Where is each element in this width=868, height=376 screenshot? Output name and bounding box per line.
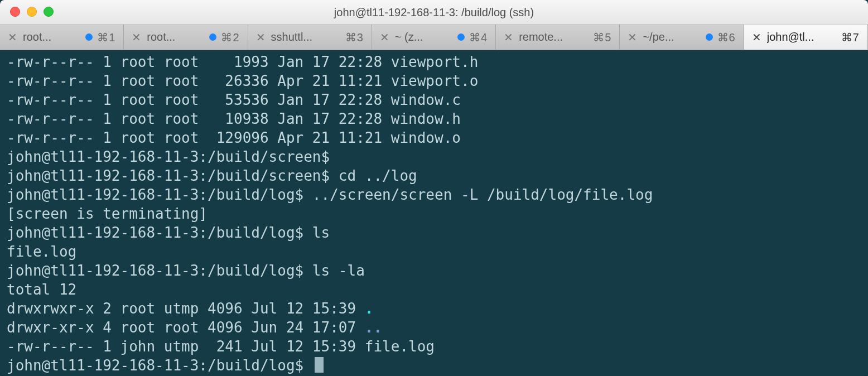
tab-shortcut: ⌘2 [221, 31, 239, 44]
titlebar: john@tl11-192-168-11-3: /build/log (ssh) [0, 0, 868, 25]
tab-shortcut: ⌘3 [345, 31, 364, 44]
terminal-line: -rw-r--r-- 1 root root 26336 Apr 21 11:2… [7, 71, 861, 90]
terminal-line: john@tl11-192-168-11-3:/build/log$ ls -l… [7, 261, 861, 280]
terminal-line: drwxr-xr-x 4 root root 4096 Jun 24 17:07… [7, 318, 861, 337]
close-tab-icon[interactable]: ✕ [256, 32, 266, 43]
listing-prefix: drwxr-xr-x 4 root root 4096 Jun 24 17:07 [7, 319, 365, 336]
tab-label: remote... [519, 31, 563, 44]
directory-name: .. [365, 319, 382, 336]
terminal-line: -rw-r--r-- 1 root root 53536 Jan 17 22:2… [7, 90, 861, 109]
window-title: john@tl11-192-168-11-3: /build/log (ssh) [0, 0, 868, 25]
tab-bar: ✕root...⌘1✕root...⌘2✕sshuttl...⌘3✕~ (z..… [0, 25, 868, 50]
unsaved-indicator-icon [457, 33, 465, 41]
directory-name: . [365, 300, 374, 317]
terminal-line: -rw-r--r-- 1 root root 10938 Jan 17 22:2… [7, 109, 861, 128]
tab-shortcut: ⌘6 [717, 31, 736, 44]
tab-6[interactable]: ✕~/pe...⌘6 [620, 25, 744, 50]
close-tab-icon[interactable]: ✕ [8, 32, 17, 43]
terminal-line: -rw-r--r-- 1 root root 129096 Apr 21 11:… [7, 128, 861, 147]
tab-shortcut: ⌘5 [593, 31, 611, 44]
terminal-line: [screen is terminating] [7, 204, 861, 223]
close-window-button[interactable] [10, 7, 20, 17]
tab-label: root... [23, 31, 51, 44]
tab-5[interactable]: ✕remote...⌘5 [496, 25, 620, 50]
close-tab-icon[interactable]: ✕ [504, 32, 513, 43]
maximize-window-button[interactable] [44, 7, 54, 17]
terminal-line: total 12 [7, 280, 861, 299]
close-tab-icon[interactable]: ✕ [380, 32, 389, 43]
tab-4[interactable]: ✕~ (z...⌘4 [372, 25, 496, 50]
terminal-line: john@tl11-192-168-11-3:/build/log$ ../sc… [7, 185, 861, 204]
tab-2[interactable]: ✕root...⌘2 [124, 25, 248, 50]
terminal-line: john@tl11-192-168-11-3:/build/screen$ [7, 147, 861, 166]
traffic-lights [10, 7, 54, 17]
tab-shortcut: ⌘7 [841, 31, 860, 44]
tab-7[interactable]: ✕john@tl...⌘7 [744, 25, 868, 50]
terminal-viewport[interactable]: -rw-r--r-- 1 root root 1993 Jan 17 22:28… [0, 50, 868, 376]
prompt-text: john@tl11-192-168-11-3:/build/log$ [7, 357, 312, 374]
terminal-line: file.log [7, 242, 861, 261]
tab-3[interactable]: ✕sshuttl...⌘3 [248, 25, 372, 50]
tab-label: sshuttl... [271, 31, 312, 44]
minimize-window-button[interactable] [27, 7, 37, 17]
tab-label: john@tl... [767, 31, 814, 44]
terminal-line: -rw-r--r-- 1 john utmp 241 Jul 12 15:39 … [7, 337, 861, 356]
terminal-prompt-line: john@tl11-192-168-11-3:/build/log$ [7, 356, 861, 375]
close-tab-icon[interactable]: ✕ [752, 32, 761, 43]
tab-shortcut: ⌘4 [469, 31, 488, 44]
tab-1[interactable]: ✕root...⌘1 [0, 25, 124, 50]
terminal-window: john@tl11-192-168-11-3: /build/log (ssh)… [0, 0, 868, 376]
terminal-line: john@tl11-192-168-11-3:/build/log$ ls [7, 223, 861, 242]
terminal-line: -rw-r--r-- 1 root root 1993 Jan 17 22:28… [7, 52, 861, 71]
unsaved-indicator-icon [85, 33, 93, 41]
cursor-icon [315, 357, 324, 373]
unsaved-indicator-icon [706, 33, 713, 41]
unsaved-indicator-icon [209, 33, 216, 41]
close-tab-icon[interactable]: ✕ [132, 32, 141, 43]
terminal-line: drwxrwxr-x 2 root utmp 4096 Jul 12 15:39… [7, 299, 861, 318]
tab-label: ~ (z... [395, 31, 423, 44]
terminal-line: john@tl11-192-168-11-3:/build/screen$ cd… [7, 166, 861, 185]
listing-prefix: drwxrwxr-x 2 root utmp 4096 Jul 12 15:39 [7, 300, 365, 317]
tab-label: root... [147, 31, 175, 44]
tab-label: ~/pe... [643, 31, 674, 44]
tab-shortcut: ⌘1 [97, 31, 115, 44]
close-tab-icon[interactable]: ✕ [628, 32, 637, 43]
